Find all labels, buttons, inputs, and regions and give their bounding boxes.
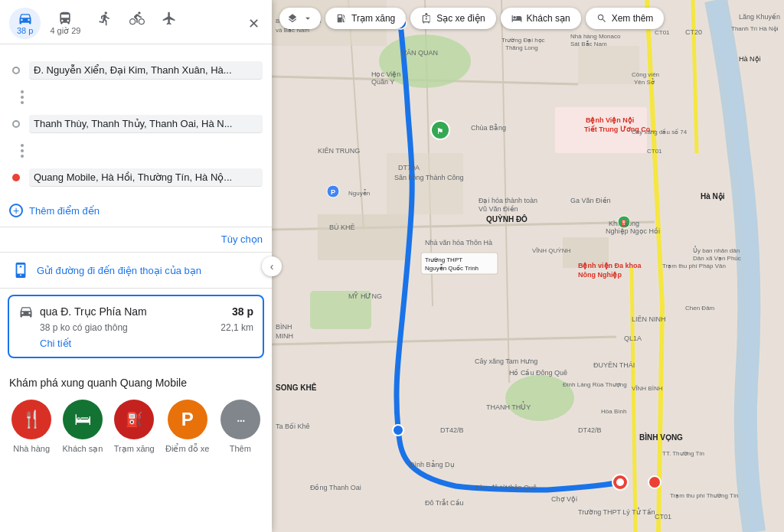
svg-text:Đồng Thanh Oai: Đồng Thanh Oai — [310, 484, 361, 491]
svg-text:⚑: ⚑ — [436, 127, 443, 135]
route-details-link[interactable]: Chi tiết — [40, 338, 253, 349]
explore-parking[interactable]: P Điểm đỗ xe — [165, 400, 209, 454]
send-phone-label: Gửi đường đi đến điện thoại của bạn — [37, 265, 201, 276]
map[interactable]: VĂN QUAN Trường Đại học Thăng Long Nhà h… — [272, 0, 784, 532]
svg-text:ĐUYÊN THÁI: ĐUYÊN THÁI — [593, 361, 635, 369]
transport-mode-plane[interactable] — [154, 8, 185, 39]
mid-circle — [12, 120, 20, 128]
add-stop-button[interactable]: + Thêm điểm đến — [9, 197, 263, 220]
svg-text:Ta Bối Khê: Ta Bối Khê — [276, 423, 310, 430]
end-pin — [12, 174, 20, 181]
svg-text:Đại hóa thành toàn: Đại hóa thành toàn — [479, 197, 537, 204]
end-input[interactable] — [29, 168, 263, 187]
route-option[interactable]: qua Đ. Trục Phía Nam 38 p 38 p ko có gia… — [8, 295, 264, 358]
options-row: Tùy chọn — [0, 227, 272, 253]
transport-header: 38 p 4 giờ 29 ✕ — [0, 0, 272, 44]
transport-mode-walk[interactable] — [90, 8, 120, 39]
svg-point-24 — [616, 478, 624, 486]
svg-text:BÌNH VỌNG: BÌNH VỌNG — [639, 432, 683, 442]
more-button[interactable]: Xem thêm — [586, 8, 665, 29]
waypoints: + Thêm điểm đến — [0, 44, 272, 227]
explore-hotel[interactable]: 🛏 Khách sạn — [62, 400, 103, 454]
hotel-label: Khách sạn — [527, 13, 570, 24]
svg-text:⛽: ⛽ — [621, 219, 629, 227]
gas-circle: ⛽ — [114, 400, 154, 439]
svg-text:Nguyễn: Nguyễn — [348, 189, 370, 197]
svg-text:KIÊN TRUNG: KIÊN TRUNG — [318, 147, 360, 155]
svg-rect-16 — [578, 46, 639, 84]
hotel-label: Khách sạn — [62, 444, 103, 454]
svg-text:Hà Nội: Hà Nội — [739, 55, 761, 63]
transport-modes: 38 p 4 giờ 29 — [9, 8, 242, 39]
transport-mode-bus[interactable]: 4 giờ 29 — [42, 8, 88, 39]
gas-icon — [336, 13, 347, 24]
start-dot — [9, 55, 23, 86]
drive-time: 38 p — [17, 26, 33, 35]
svg-text:Trường Đại học: Trường Đại học — [501, 37, 545, 44]
svg-text:Bệnh Viện Nội: Bệnh Viện Nội — [586, 116, 634, 124]
start-input[interactable] — [29, 61, 263, 80]
svg-rect-17 — [387, 153, 463, 214]
explore-section: Khám phá xung quanh Quang Mobile 🍴 Nhà h… — [0, 364, 272, 460]
mid-input[interactable] — [29, 115, 263, 133]
svg-text:Hồ Cầu Đông Quê: Hồ Cầu Đông Quê — [509, 369, 567, 377]
svg-text:DT42/B: DT42/B — [578, 426, 602, 434]
hotel-button[interactable]: Khách sạn — [501, 8, 581, 29]
svg-text:QL1A: QL1A — [624, 335, 642, 342]
map-svg: VĂN QUAN Trường Đại học Thăng Long Nhà h… — [272, 0, 784, 532]
connector-dot-2 — [21, 96, 24, 99]
transport-mode-bike[interactable] — [122, 8, 152, 39]
svg-text:Trường THPT Lý Tử Tấn: Trường THPT Lý Tử Tấn — [578, 508, 655, 516]
route-no-traffic: 38 p ko có giao thông — [40, 322, 128, 333]
layers-icon — [287, 13, 298, 24]
collapse-sidebar-button[interactable]: ‹ — [262, 256, 282, 276]
gas-station-button[interactable]: Trạm xăng — [325, 8, 406, 29]
end-dot — [9, 162, 23, 193]
svg-text:DT42/B: DT42/B — [440, 426, 464, 434]
connector-dots — [9, 90, 263, 104]
connector2-dot-1 — [21, 144, 24, 147]
svg-text:Đình Bảng Dụ: Đình Bảng Dụ — [410, 460, 455, 468]
restaurant-label: Nhà hàng — [13, 444, 50, 453]
route-details: 38 p ko có giao thông 22,1 km — [40, 322, 253, 333]
gas-label: Trạm xăng — [351, 13, 395, 24]
waypoint-start — [9, 51, 263, 90]
search-icon — [596, 13, 607, 24]
explore-items: 🍴 Nhà hàng 🛏 Khách sạn ⛽ Trạm xăng P Điể… — [9, 400, 263, 454]
ev-button[interactable]: Sạc xe điện — [410, 8, 495, 29]
svg-text:Ủy ban nhân dân: Ủy ban nhân dân — [693, 246, 740, 254]
explore-more[interactable]: ··· Thêm — [220, 400, 260, 454]
svg-text:Nông Nghiệp: Nông Nghiệp — [578, 271, 622, 279]
svg-text:Vũ Văn Điền: Vũ Văn Điền — [479, 205, 518, 213]
svg-text:Đô Trắt Cầu: Đô Trắt Cầu — [425, 498, 464, 507]
layers-button[interactable] — [279, 8, 321, 29]
svg-text:Chen Đâm: Chen Đâm — [685, 305, 715, 312]
explore-restaurant[interactable]: 🍴 Nhà hàng — [11, 400, 51, 454]
svg-text:BÌNH: BÌNH — [276, 323, 292, 331]
svg-text:Nhà văn hóa Thôn Hà: Nhà văn hóa Thôn Hà — [425, 239, 492, 246]
hotel-icon — [511, 13, 522, 24]
svg-text:Thăng Long: Thăng Long — [505, 44, 538, 51]
svg-text:Sát Bắc Nam: Sát Bắc Nam — [570, 41, 607, 47]
chevron-down-icon — [302, 13, 313, 24]
explore-gas[interactable]: ⛽ Trạm xăng — [114, 400, 155, 454]
svg-text:MINH: MINH — [276, 332, 293, 340]
restaurant-circle: 🍴 — [11, 400, 51, 439]
send-phone-icon — [12, 262, 29, 279]
svg-text:Bệnh viện Đa khoa: Bệnh viện Đa khoa — [578, 262, 642, 269]
send-to-phone[interactable]: Gửi đường đi đến điện thoại của bạn — [0, 253, 272, 289]
options-link[interactable]: Tùy chọn — [221, 233, 263, 245]
svg-rect-18 — [318, 214, 410, 260]
svg-text:Sân bóng Thành Công: Sân bóng Thành Công — [394, 174, 463, 181]
more-label: Thêm — [230, 444, 251, 453]
route-via: qua Đ. Trục Phía Nam — [40, 305, 226, 318]
close-button[interactable]: ✕ — [245, 12, 263, 35]
waypoint-end — [9, 158, 263, 197]
map-toolbar: Trạm xăng Sạc xe điện Khách sạn Xem thêm — [279, 8, 664, 29]
parking-circle: P — [168, 400, 207, 439]
svg-text:Đinh Làng Rùa Thượng: Đinh Làng Rùa Thượng — [563, 381, 627, 388]
svg-text:Ga Văn Điền: Ga Văn Điền — [570, 197, 611, 204]
svg-text:Công viên: Công viên — [632, 71, 659, 78]
hotel-circle: 🛏 — [63, 400, 103, 439]
transport-mode-drive[interactable]: 38 p — [9, 8, 41, 39]
